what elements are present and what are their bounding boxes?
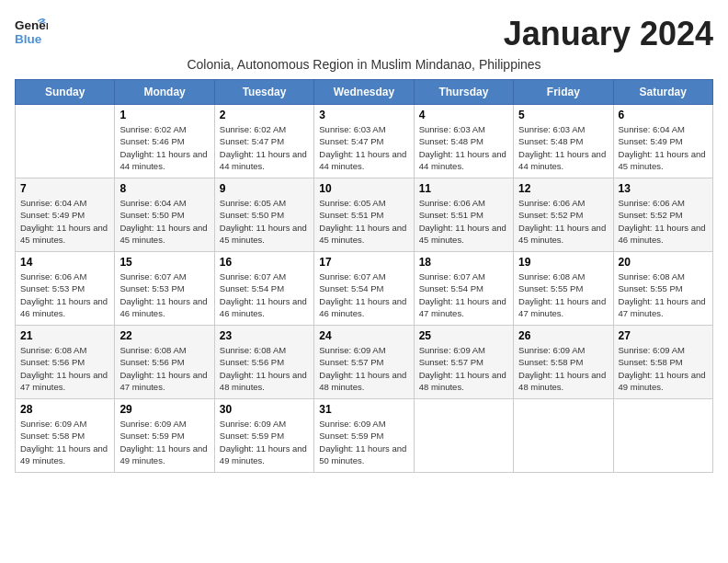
day-number: 3 — [319, 109, 408, 121]
calendar-cell: 24Sunrise: 6:09 AMSunset: 5:57 PMDayligh… — [314, 326, 414, 399]
day-number: 22 — [119, 329, 209, 342]
page-header: General Blue January 2024 — [15, 15, 713, 53]
calendar-cell — [414, 399, 513, 473]
calendar-cell: 1Sunrise: 6:02 AMSunset: 5:46 PMDaylight… — [115, 105, 214, 178]
col-sunday: Sunday — [16, 80, 115, 105]
logo: General Blue — [15, 15, 48, 48]
col-friday: Friday — [514, 80, 613, 105]
day-number: 25 — [419, 329, 508, 342]
logo-icon: General Blue — [15, 15, 48, 48]
calendar-cell: 19Sunrise: 6:08 AMSunset: 5:55 PMDayligh… — [514, 252, 613, 326]
col-thursday: Thursday — [414, 80, 513, 105]
day-info: Sunrise: 6:08 AMSunset: 5:56 PMDaylight:… — [20, 344, 109, 393]
calendar-cell: 12Sunrise: 6:06 AMSunset: 5:52 PMDayligh… — [514, 178, 613, 252]
day-info: Sunrise: 6:05 AMSunset: 5:50 PMDaylight:… — [220, 197, 309, 246]
calendar-cell: 8Sunrise: 6:04 AMSunset: 5:50 PMDaylight… — [115, 178, 214, 252]
subtitle: Colonia, Autonomous Region in Muslim Min… — [15, 57, 713, 72]
day-number: 23 — [220, 329, 309, 342]
day-number: 17 — [319, 256, 408, 269]
day-number: 8 — [119, 182, 209, 195]
col-monday: Monday — [115, 80, 214, 105]
day-info: Sunrise: 6:06 AMSunset: 5:52 PMDaylight:… — [619, 197, 708, 246]
calendar-body: 1Sunrise: 6:02 AMSunset: 5:46 PMDaylight… — [16, 105, 713, 473]
calendar-cell: 17Sunrise: 6:07 AMSunset: 5:54 PMDayligh… — [314, 252, 414, 326]
calendar-cell — [514, 399, 613, 473]
calendar-cell — [16, 105, 115, 178]
day-number: 11 — [419, 182, 508, 195]
day-number: 1 — [119, 109, 209, 121]
day-number: 4 — [419, 109, 508, 121]
day-number: 14 — [20, 256, 109, 269]
calendar-cell: 2Sunrise: 6:02 AMSunset: 5:47 PMDaylight… — [214, 105, 313, 178]
day-number: 24 — [319, 329, 408, 342]
calendar-cell: 11Sunrise: 6:06 AMSunset: 5:51 PMDayligh… — [414, 178, 513, 252]
col-saturday: Saturday — [613, 80, 712, 105]
calendar-cell: 13Sunrise: 6:06 AMSunset: 5:52 PMDayligh… — [613, 178, 712, 252]
day-info: Sunrise: 6:04 AMSunset: 5:49 PMDaylight:… — [619, 123, 708, 172]
col-wednesday: Wednesday — [314, 80, 414, 105]
calendar-week-3: 14Sunrise: 6:06 AMSunset: 5:53 PMDayligh… — [16, 252, 713, 326]
calendar-cell: 29Sunrise: 6:09 AMSunset: 5:59 PMDayligh… — [115, 399, 214, 473]
day-info: Sunrise: 6:09 AMSunset: 5:59 PMDaylight:… — [220, 418, 309, 466]
calendar-cell: 25Sunrise: 6:09 AMSunset: 5:57 PMDayligh… — [414, 326, 513, 399]
day-info: Sunrise: 6:09 AMSunset: 5:59 PMDaylight:… — [319, 418, 408, 466]
calendar-cell: 10Sunrise: 6:05 AMSunset: 5:51 PMDayligh… — [314, 178, 414, 252]
day-number: 12 — [518, 182, 608, 195]
calendar-week-5: 28Sunrise: 6:09 AMSunset: 5:58 PMDayligh… — [16, 399, 713, 473]
day-number: 31 — [319, 403, 408, 416]
calendar-cell: 5Sunrise: 6:03 AMSunset: 5:48 PMDaylight… — [514, 105, 613, 178]
day-number: 7 — [20, 182, 109, 195]
header-row: Sunday Monday Tuesday Wednesday Thursday… — [16, 80, 713, 105]
day-info: Sunrise: 6:03 AMSunset: 5:48 PMDaylight:… — [419, 123, 508, 172]
day-number: 5 — [518, 109, 608, 121]
calendar-table: Sunday Monday Tuesday Wednesday Thursday… — [15, 79, 713, 473]
calendar-cell: 9Sunrise: 6:05 AMSunset: 5:50 PMDaylight… — [214, 178, 313, 252]
calendar-cell: 28Sunrise: 6:09 AMSunset: 5:58 PMDayligh… — [16, 399, 115, 473]
svg-text:Blue: Blue — [15, 32, 42, 46]
day-number: 29 — [119, 403, 209, 416]
day-number: 19 — [518, 256, 608, 269]
day-info: Sunrise: 6:09 AMSunset: 5:58 PMDaylight:… — [518, 344, 608, 393]
day-info: Sunrise: 6:06 AMSunset: 5:52 PMDaylight:… — [518, 197, 608, 246]
calendar-cell: 23Sunrise: 6:08 AMSunset: 5:56 PMDayligh… — [214, 326, 313, 399]
day-info: Sunrise: 6:08 AMSunset: 5:56 PMDaylight:… — [220, 344, 309, 393]
day-number: 2 — [220, 109, 309, 121]
calendar-cell: 3Sunrise: 6:03 AMSunset: 5:47 PMDaylight… — [314, 105, 414, 178]
day-number: 27 — [619, 329, 708, 342]
day-info: Sunrise: 6:02 AMSunset: 5:47 PMDaylight:… — [220, 123, 309, 172]
calendar-week-2: 7Sunrise: 6:04 AMSunset: 5:49 PMDaylight… — [16, 178, 713, 252]
day-info: Sunrise: 6:07 AMSunset: 5:53 PMDaylight:… — [119, 270, 209, 319]
day-info: Sunrise: 6:09 AMSunset: 5:57 PMDaylight:… — [319, 344, 408, 393]
day-info: Sunrise: 6:02 AMSunset: 5:46 PMDaylight:… — [119, 123, 209, 172]
day-info: Sunrise: 6:07 AMSunset: 5:54 PMDaylight:… — [419, 270, 508, 319]
calendar-cell: 4Sunrise: 6:03 AMSunset: 5:48 PMDaylight… — [414, 105, 513, 178]
day-number: 18 — [419, 256, 508, 269]
day-number: 15 — [119, 256, 209, 269]
calendar-header: Sunday Monday Tuesday Wednesday Thursday… — [16, 80, 713, 105]
day-info: Sunrise: 6:06 AMSunset: 5:51 PMDaylight:… — [419, 197, 508, 246]
day-info: Sunrise: 6:09 AMSunset: 5:58 PMDaylight:… — [20, 418, 109, 466]
calendar-cell: 16Sunrise: 6:07 AMSunset: 5:54 PMDayligh… — [214, 252, 313, 326]
day-info: Sunrise: 6:08 AMSunset: 5:56 PMDaylight:… — [119, 344, 209, 393]
day-info: Sunrise: 6:04 AMSunset: 5:50 PMDaylight:… — [119, 197, 209, 246]
calendar-cell: 30Sunrise: 6:09 AMSunset: 5:59 PMDayligh… — [214, 399, 313, 473]
day-info: Sunrise: 6:08 AMSunset: 5:55 PMDaylight:… — [518, 270, 608, 319]
day-info: Sunrise: 6:03 AMSunset: 5:47 PMDaylight:… — [319, 123, 408, 172]
day-info: Sunrise: 6:09 AMSunset: 5:59 PMDaylight:… — [119, 418, 209, 466]
col-tuesday: Tuesday — [214, 80, 313, 105]
day-number: 6 — [619, 109, 708, 121]
calendar-cell: 15Sunrise: 6:07 AMSunset: 5:53 PMDayligh… — [115, 252, 214, 326]
calendar-cell: 14Sunrise: 6:06 AMSunset: 5:53 PMDayligh… — [16, 252, 115, 326]
day-number: 20 — [619, 256, 708, 269]
day-number: 10 — [319, 182, 408, 195]
calendar-cell: 18Sunrise: 6:07 AMSunset: 5:54 PMDayligh… — [414, 252, 513, 326]
day-number: 30 — [220, 403, 309, 416]
day-number: 21 — [20, 329, 109, 342]
day-number: 9 — [220, 182, 309, 195]
calendar-cell: 20Sunrise: 6:08 AMSunset: 5:55 PMDayligh… — [613, 252, 712, 326]
calendar-week-1: 1Sunrise: 6:02 AMSunset: 5:46 PMDaylight… — [16, 105, 713, 178]
calendar-cell: 21Sunrise: 6:08 AMSunset: 5:56 PMDayligh… — [16, 326, 115, 399]
calendar-cell: 6Sunrise: 6:04 AMSunset: 5:49 PMDaylight… — [613, 105, 712, 178]
day-number: 16 — [220, 256, 309, 269]
calendar-cell — [613, 399, 712, 473]
